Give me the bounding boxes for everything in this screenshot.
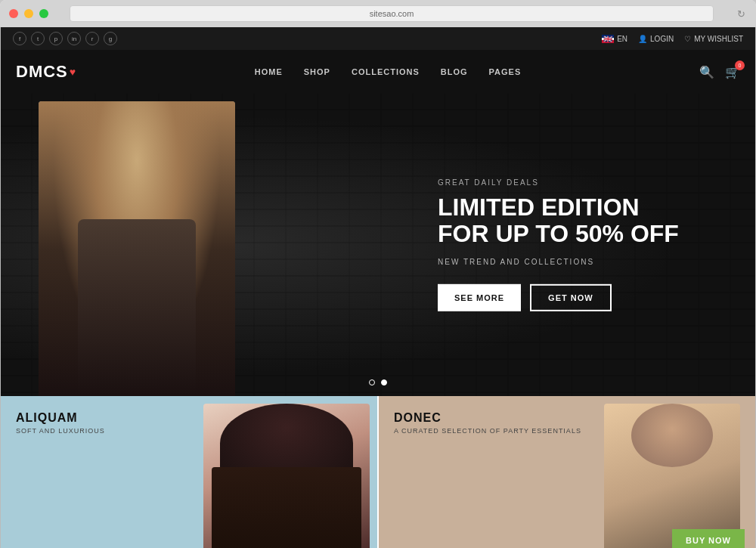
website: f t p in r g 🇬🇧 EN 👤 LOGIN: [1, 27, 755, 548]
facebook-icon[interactable]: f: [13, 32, 26, 45]
nav-home[interactable]: HOME: [255, 67, 283, 76]
nav-pages[interactable]: PAGES: [489, 67, 522, 76]
refresh-button[interactable]: ↻: [735, 8, 747, 20]
hero-buttons: SEE MORE GET NOW: [438, 284, 695, 311]
cart-badge: 0: [735, 60, 745, 70]
right-panel-label: DONEC A CURATED SELECTION OF PARTY ESSEN…: [394, 411, 581, 435]
nav-bar: DMCS ♥ HOME SHOP COLLECTIONS BLOG PAGES …: [1, 50, 755, 94]
language-label: EN: [617, 35, 627, 43]
hero-model-image: [39, 101, 235, 396]
address-bar[interactable]: sitesao.com: [70, 5, 714, 22]
carousel-dot-2[interactable]: [381, 379, 387, 385]
wishlist-label: MY WISHLIST: [694, 35, 743, 43]
cart-icon[interactable]: 🛒 0: [725, 65, 740, 79]
see-more-button[interactable]: SEE MORE: [438, 284, 521, 311]
flag-icon: 🇬🇧: [602, 35, 614, 43]
twitter-icon[interactable]: t: [31, 32, 45, 45]
language-selector[interactable]: 🇬🇧 EN: [602, 35, 627, 43]
left-panel-model-image: [203, 404, 370, 548]
buy-now-button[interactable]: BUY NOW: [672, 529, 745, 548]
minimize-button[interactable]: [24, 9, 33, 18]
nav-links: HOME SHOP COLLECTIONS BLOG PAGES: [255, 67, 522, 76]
hero-carousel-dots: [369, 379, 387, 385]
logo-heart-icon: ♥: [70, 66, 76, 78]
maximize-button[interactable]: [39, 9, 48, 18]
close-button[interactable]: [9, 9, 18, 18]
login-link[interactable]: 👤 LOGIN: [638, 35, 674, 43]
left-panel-title: ALIQUAM: [16, 411, 105, 425]
right-panel-subtitle: A CURATED SELECTION OF PARTY ESSENTIALS: [394, 427, 581, 435]
hero-section: GREAT DAILY DEALS LIMITED EDITION FOR UP…: [1, 94, 755, 396]
browser-titlebar: sitesao.com ↻: [0, 0, 756, 27]
nav-icons: 🔍 🛒 0: [699, 65, 740, 79]
hero-description: NEW TREND AND COLLECTIONS: [438, 258, 695, 266]
nav-collections[interactable]: COLLECTIONS: [352, 67, 420, 76]
hero-content: GREAT DAILY DEALS LIMITED EDITION FOR UP…: [438, 178, 695, 311]
pinterest-icon[interactable]: p: [49, 32, 63, 45]
wishlist-link[interactable]: ♡ MY WISHLIST: [684, 35, 743, 43]
browser-window: sitesao.com ↻ f t p in r g 🇬🇧 EN: [0, 0, 756, 548]
carousel-dot-1[interactable]: [369, 379, 375, 385]
left-panel: ALIQUAM SOFT AND LUXURIOUS: [1, 396, 377, 548]
logo-text: DMCS: [16, 62, 68, 82]
search-icon[interactable]: 🔍: [699, 65, 714, 79]
hero-title: LIMITED EDITION FOR UP TO 50% OFF: [438, 194, 695, 247]
left-panel-label: ALIQUAM SOFT AND LUXURIOUS: [16, 411, 105, 435]
rss-icon[interactable]: r: [85, 32, 99, 45]
left-panel-subtitle: SOFT AND LUXURIOUS: [16, 427, 105, 435]
right-panel-model-image: [604, 404, 740, 548]
google-plus-icon[interactable]: g: [104, 32, 117, 45]
top-bar: f t p in r g 🇬🇧 EN 👤 LOGIN: [1, 27, 755, 50]
browser-body: f t p in r g 🇬🇧 EN 👤 LOGIN: [0, 27, 756, 548]
get-now-button[interactable]: GET NOW: [530, 284, 612, 311]
login-label: LOGIN: [650, 35, 674, 43]
nav-blog[interactable]: BLOG: [441, 67, 468, 76]
hero-subtitle: GREAT DAILY DEALS: [438, 178, 695, 187]
person-icon: 👤: [638, 35, 647, 43]
top-bar-right: 🇬🇧 EN 👤 LOGIN ♡ MY WISHLIST: [602, 35, 743, 43]
social-icons: f t p in r g: [13, 32, 117, 45]
nav-shop[interactable]: SHOP: [304, 67, 330, 76]
linkedin-icon[interactable]: in: [67, 32, 81, 45]
heart-icon: ♡: [684, 35, 691, 43]
lower-section: ALIQUAM SOFT AND LUXURIOUS DONEC A CURAT…: [1, 396, 755, 548]
logo[interactable]: DMCS ♥: [16, 62, 76, 82]
right-panel-title: DONEC: [394, 411, 581, 425]
right-panel: DONEC A CURATED SELECTION OF PARTY ESSEN…: [377, 396, 755, 548]
url-text: sitesao.com: [370, 9, 414, 18]
